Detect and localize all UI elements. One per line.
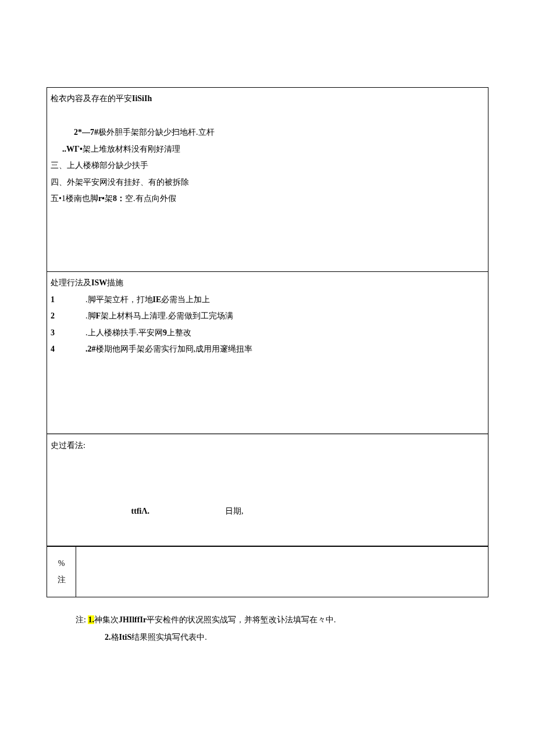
remark-content: [76, 547, 488, 597]
item-1: 2*—7#极外胆手架部分缺少扫地杆.立杆: [51, 126, 484, 139]
inspection-content-section: 检衣内容及存在的平安IiSiIh 2*—7#极外胆手架部分缺少扫地杆.立杆 ..…: [47, 87, 488, 271]
action-4: 4 .2#楼期他网手架必需实行加冏,成用用邃绳扭率: [51, 343, 484, 356]
item-5: 五•1楼南也脚r•架8：空.有点向外假: [51, 192, 484, 205]
remark-section: % 注: [47, 546, 488, 597]
footer-note-2: 2.格ItiS结果照实填写代表中.: [76, 631, 459, 644]
review-section: 史过看法: ttfiΛ. 日期,: [47, 433, 488, 546]
date-label: 日期,: [167, 505, 244, 518]
section2-title: 处理行法及ISW描施: [51, 277, 484, 289]
item-3: 三、上人楼梯部分缺少扶手: [51, 159, 484, 172]
footer-notes: 注: 1.神集次JHIlffIr平安检件的状况照实战写，并将堑改讣法填写在々中.…: [47, 597, 488, 644]
action-3: 3 .上人楼梯扶手.平安网9上整改: [51, 327, 484, 339]
footer-note-1: 注: 1.神集次JHIlffIr平安检件的状况照实战写，并将堑改讣法填写在々中.: [76, 614, 459, 626]
action-1: 1 .脚平架立杆，打地IE必需当上加上: [51, 293, 484, 306]
handling-section: 处理行法及ISW描施 1 .脚平架立杆，打地IE必需当上加上 2 .脚F架上材料…: [47, 271, 488, 433]
action-2: 2 .脚F架上材料马上清理.必需做到工完场满: [51, 310, 484, 323]
signature-row: ttfiΛ. 日期,: [51, 493, 484, 541]
remark-label: % 注: [47, 547, 76, 597]
signer-label: ttfiΛ.: [51, 505, 167, 518]
section1-title: 检衣内容及存在的平安IiSiIh: [51, 92, 484, 105]
item-2: ..WГ•架上堆放材料没有刚好清理: [51, 143, 484, 156]
item-4: 四、外架平安网没有挂好、有的被拆除: [51, 176, 484, 189]
review-title: 史过看法:: [51, 439, 484, 452]
